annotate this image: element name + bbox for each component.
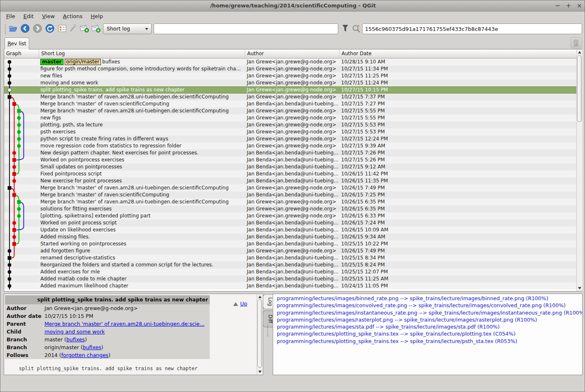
commit-date: 10/25/15 11:25 AM xyxy=(339,275,576,282)
save-patch-icon[interactable] xyxy=(80,23,89,33)
commit-author: Jan Grewe<jan.grewe@g-node.org> xyxy=(245,205,339,212)
menu-edit[interactable]: Edit xyxy=(19,12,38,22)
detail-link[interactable]: bufixes xyxy=(83,344,101,350)
commit-row[interactable]: Merge branch 'master' of raven.am28.uni-… xyxy=(4,198,576,205)
minimize-button[interactable]: − xyxy=(555,2,560,9)
commit-row[interactable]: Merge branch 'master' of raven.am28.uni-… xyxy=(4,184,576,191)
commit-row[interactable]: Merge branch 'master' of raven:scientifi… xyxy=(4,100,576,107)
commit-row[interactable]: Merge branch 'master' of raven:scientifi… xyxy=(4,191,576,198)
commit-date: 10/27/15 11:34 PM xyxy=(339,65,576,72)
commit-row[interactable]: Fixed pointprocess scriptJan Benda<jan.b… xyxy=(4,170,576,177)
scrollbar-thumb[interactable] xyxy=(577,55,582,122)
commit-row[interactable]: figure for psth method comparsion, some … xyxy=(4,65,576,72)
search-edit-icon[interactable] xyxy=(351,24,361,34)
sha-input[interactable] xyxy=(362,23,582,34)
file-change-row[interactable]: programming/lectures/images/binned_rate.… xyxy=(273,295,582,302)
commit-row[interactable]: Worked on point process scriptJan Benda<… xyxy=(4,219,576,226)
commit-row[interactable]: Added exercises for mleJan Benda<jan.ben… xyxy=(4,268,576,275)
commit-row[interactable]: Small updates on pointprocessesJan Benda… xyxy=(4,163,576,170)
commit-row[interactable]: Merge branch 'master' of raven.am28.uni-… xyxy=(4,93,576,100)
commit-author: Jan Benda<jan.benda@uni-tuebing... xyxy=(245,156,339,163)
commit-message: new figs xyxy=(39,114,245,121)
commit-row[interactable]: Added maximum likelihood chapterJan Bend… xyxy=(4,282,576,289)
commit-row[interactable]: moving and some workJan Grewe<jan.grewe@… xyxy=(4,79,576,86)
commit-details-table: split plotting_spike trains. add spike t… xyxy=(5,295,210,359)
search-input[interactable] xyxy=(154,23,338,34)
commit-row[interactable]: add forgotten figureJan Grewe<jan.grewe@… xyxy=(4,247,576,254)
forward-icon[interactable] xyxy=(33,23,42,33)
commit-row[interactable]: New exercise for point processesJan Bend… xyxy=(4,177,576,184)
details-scrollbar[interactable] xyxy=(257,294,262,374)
up-link[interactable]: Up xyxy=(233,301,247,307)
menu-help[interactable]: Help xyxy=(87,12,107,22)
commit-row[interactable]: Started working on pointprocessesJan Ben… xyxy=(4,240,576,247)
commit-row[interactable]: Reorganized the folders and started a co… xyxy=(4,261,576,268)
commit-graph-cell xyxy=(4,226,39,233)
file-change-row[interactable]: programming/lectures/images/sta.pdf --> … xyxy=(273,323,582,330)
commit-row[interactable]: new filesJan Grewe<jan.grewe@g-node.org>… xyxy=(4,72,576,79)
maximize-button[interactable]: + xyxy=(566,2,571,9)
file-change-row[interactable]: programming/lectures/images/rasterplot.p… xyxy=(273,316,582,323)
commit-row[interactable]: new figsJan Grewe<jan.grewe@g-node.org>1… xyxy=(4,114,576,121)
detail-value: 2014 (forgotten changes) xyxy=(44,351,210,359)
commit-row[interactable]: [plotting, spiketrains] extended plottin… xyxy=(4,212,576,219)
apply-patch-icon[interactable] xyxy=(91,23,101,33)
file-change-row[interactable]: programming/lectures/plotting_spike_trai… xyxy=(273,330,582,337)
commit-date: 10/24/15 11:05 PM xyxy=(339,282,576,289)
scroll-up-icon[interactable] xyxy=(258,296,262,298)
detail-link[interactable]: bufixes xyxy=(66,336,85,343)
file-change-row[interactable]: programming/lectures/images/instantaneou… xyxy=(273,309,582,316)
commit-row[interactable]: renamed descriptive-statisticsJan Benda<… xyxy=(4,254,576,261)
chevron-down-icon xyxy=(145,28,148,30)
commit-row[interactable]: split plotting_spike trains. add spike t… xyxy=(4,86,576,93)
close-button[interactable]: × xyxy=(577,2,582,9)
commit-message: Merge branch 'master' of raven:scientifi… xyxy=(39,100,245,107)
column-header-author[interactable]: Author xyxy=(245,49,339,58)
menu-view[interactable]: View xyxy=(38,12,59,22)
scroll-down-icon[interactable] xyxy=(578,287,581,289)
detail-link[interactable]: forgotten changes xyxy=(61,352,108,358)
column-header-graph[interactable]: Graph xyxy=(4,49,39,58)
commit-row[interactable]: solutions for fitting exercisesJan Grewe… xyxy=(4,205,576,212)
detail-label: Child xyxy=(5,328,44,336)
open-repository-icon[interactable] xyxy=(8,23,18,33)
view-mode-icon[interactable] xyxy=(57,23,67,33)
column-header-short-log[interactable]: Short Log xyxy=(39,49,245,58)
commit-row[interactable]: psth exercisesJan Grewe<jan.grewe@g-node… xyxy=(4,128,576,135)
file-change-row[interactable]: programming/lectures/plotting_spike_trai… xyxy=(273,338,582,345)
commit-row[interactable]: masterorigin/masterbufixesJan Grewe<jan.… xyxy=(4,58,576,65)
toolbar-handle[interactable] xyxy=(5,24,6,34)
window-title: /home/grewe/teaching/2014/scientificComp… xyxy=(0,0,585,11)
scroll-up-icon[interactable] xyxy=(578,51,581,54)
menu-actions[interactable]: Actions xyxy=(59,12,87,22)
commit-row[interactable]: plotting, psth, sta lectureJan Grewe<jan… xyxy=(4,121,576,128)
column-header-author-date[interactable]: Author Date xyxy=(339,49,576,58)
commit-row[interactable]: Update on likelihood exercisesJan Benda<… xyxy=(4,226,576,233)
commit-row[interactable]: Added matlab code to mle chapterJan Bend… xyxy=(4,275,576,282)
menu-file[interactable]: File xyxy=(2,12,19,22)
rev-list-scrollbar[interactable] xyxy=(576,49,583,291)
commit-row[interactable]: python script to create firing rates in … xyxy=(4,135,576,142)
reload-icon[interactable] xyxy=(45,23,55,33)
tab-rev-list[interactable]: Rev list xyxy=(5,37,29,49)
filter-funnel-icon[interactable] xyxy=(342,24,349,33)
commit-row[interactable]: Added missing files.Jan Benda<jan.benda@… xyxy=(4,233,576,240)
commit-row[interactable]: Worked on pointprocess exercisesJan Bend… xyxy=(4,156,576,163)
tab-log[interactable]: Log xyxy=(263,294,273,309)
file-change-row[interactable]: programming/lectures/images/convolved_ra… xyxy=(273,302,582,309)
commit-row[interactable]: Merge branch 'master' of raven.am28.uni-… xyxy=(4,107,576,114)
log-view-combobox[interactable]: Short log xyxy=(103,23,152,34)
scrollbar-thumb[interactable] xyxy=(257,299,262,368)
back-icon[interactable] xyxy=(20,23,30,33)
splitter-handle[interactable] xyxy=(267,325,268,336)
scroll-down-icon[interactable] xyxy=(258,371,262,373)
detail-label: Author xyxy=(5,304,44,312)
commit-message: python script to create firing rates in … xyxy=(39,135,245,142)
wand-icon[interactable] xyxy=(68,23,78,33)
detail-link[interactable]: Merge branch 'master' of raven.am28.uni-… xyxy=(44,321,204,327)
commit-row[interactable]: New design pattern chapter. Next exercis… xyxy=(4,149,576,156)
detail-link[interactable]: moving and some work xyxy=(44,329,105,335)
flag-button[interactable] xyxy=(571,37,582,49)
commit-author: Jan Grewe<jan.grewe@g-node.org> xyxy=(245,87,339,93)
commit-row[interactable]: move regression code from statistics to … xyxy=(4,142,576,149)
